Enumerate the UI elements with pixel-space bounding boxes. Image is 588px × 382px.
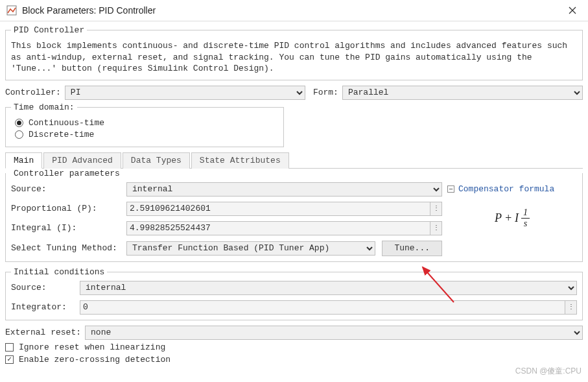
ic-integrator-input[interactable] <box>80 300 565 315</box>
header-legend: PID Controller <box>11 25 87 35</box>
radio-continuous[interactable]: Continuous-time <box>15 118 278 128</box>
compensator-formula-toggle[interactable]: − Compensator formula <box>447 184 577 194</box>
compensator-formula-link: Compensator formula <box>458 184 554 194</box>
ic-legend: Initial conditions <box>11 267 107 277</box>
radio-discrete[interactable]: Discrete-time <box>15 130 278 139</box>
ic-source-label: Source: <box>11 283 76 292</box>
cp-source-select[interactable]: internal <box>126 182 442 197</box>
zero-crossing-label: Enable zero-crossing detection <box>19 355 171 364</box>
ic-source-select[interactable]: internal <box>80 281 577 295</box>
tabs: Main PID Advanced Data Types State Attri… <box>5 152 583 169</box>
radio-discrete-label: Discrete-time <box>29 130 94 139</box>
zero-crossing-checkbox[interactable]: ✓ Enable zero-crossing detection <box>5 355 583 364</box>
external-reset-label: External reset: <box>5 328 81 337</box>
app-icon <box>6 5 17 16</box>
cp-i-label: Integral (I): <box>11 223 121 233</box>
form-select[interactable]: Parallel <box>342 86 583 100</box>
collapse-icon: − <box>447 185 454 193</box>
checkbox-icon <box>5 343 14 352</box>
watermark: CSDN @傻童:CPU <box>515 366 582 377</box>
ic-integrator-label: Integrator: <box>11 302 76 312</box>
ignore-reset-label: Ignore reset when linearizing <box>19 342 165 352</box>
controller-parameters-fieldset: Controller parameters Source: internal −… <box>5 169 583 262</box>
external-reset-select[interactable]: none <box>85 326 583 340</box>
radio-icon <box>15 130 23 139</box>
window-title: Block Parameters: PID Controller <box>22 5 156 16</box>
cp-source-label: Source: <box>11 184 121 194</box>
ic-integrator-more-button[interactable]: ⋮ <box>565 300 577 315</box>
compensator-formula: P+I 1s <box>495 208 530 229</box>
header-description: This block implements continuous- and di… <box>11 40 577 75</box>
controller-form-row: Controller: PI Form: Parallel <box>5 86 583 100</box>
ignore-reset-checkbox[interactable]: Ignore reset when linearizing <box>5 342 583 352</box>
cp-p-input[interactable] <box>126 202 430 216</box>
radio-continuous-label: Continuous-time <box>29 118 104 128</box>
form-label: Form: <box>313 88 338 97</box>
tune-button[interactable]: Tune... <box>382 241 442 256</box>
controller-label: Controller: <box>5 88 61 97</box>
cp-method-select[interactable]: Transfer Function Based (PID Tuner App) <box>126 241 375 256</box>
checkbox-icon: ✓ <box>5 355 14 364</box>
tab-data-types[interactable]: Data Types <box>123 152 190 169</box>
titlebar: Block Parameters: PID Controller <box>0 0 588 21</box>
cp-i-more-button[interactable]: ⋮ <box>430 221 442 235</box>
initial-conditions-fieldset: Initial conditions Source: internal Inte… <box>5 267 583 320</box>
tab-pid-advanced[interactable]: PID Advanced <box>43 152 121 169</box>
time-domain-fieldset: Time domain: Continuous-time Discrete-ti… <box>5 102 284 147</box>
close-button[interactable] <box>563 4 582 17</box>
cp-i-input[interactable] <box>126 221 430 235</box>
tab-main[interactable]: Main <box>5 152 42 169</box>
controller-select[interactable]: PI <box>65 86 305 100</box>
cp-p-more-button[interactable]: ⋮ <box>430 202 442 216</box>
time-domain-legend: Time domain: <box>11 102 77 112</box>
header-fieldset: PID Controller This block implements con… <box>5 25 583 80</box>
cp-legend: Controller parameters <box>11 169 123 178</box>
tab-state-attributes[interactable]: State Attributes <box>191 152 289 169</box>
radio-icon <box>15 119 23 127</box>
cp-p-label: Proportional (P): <box>11 204 121 213</box>
cp-method-label: Select Tuning Method: <box>11 243 121 253</box>
